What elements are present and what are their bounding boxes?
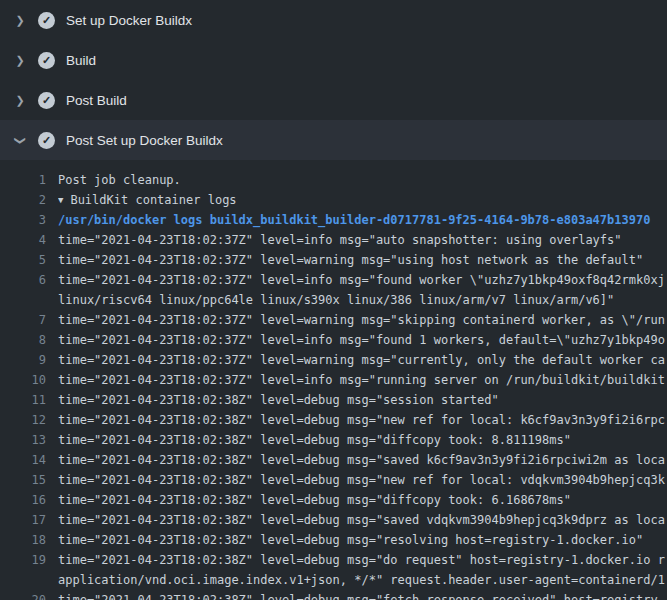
log-line: 10time="2021-04-23T18:02:37Z" level=info…: [0, 370, 667, 390]
log-line: 8time="2021-04-23T18:02:37Z" level=info …: [0, 330, 667, 350]
line-number[interactable]: 12: [0, 410, 58, 430]
chevron-down-icon: ❯: [15, 133, 26, 147]
log-line: 12time="2021-04-23T18:02:38Z" level=debu…: [0, 410, 667, 430]
line-number[interactable]: 18: [0, 530, 58, 550]
log-group-toggle[interactable]: ▼BuildKit container logs: [58, 190, 667, 210]
log-line: 1Post job cleanup.: [0, 170, 667, 190]
line-number: [0, 570, 58, 590]
step-header-set-up-docker-buildx[interactable]: ❯✓Set up Docker Buildx: [0, 0, 667, 40]
log-text: time="2021-04-23T18:02:38Z" level=debug …: [58, 510, 667, 530]
log-text: time="2021-04-23T18:02:38Z" level=debug …: [58, 470, 667, 490]
log-text: time="2021-04-23T18:02:37Z" level=warnin…: [58, 250, 667, 270]
line-number: [0, 290, 58, 310]
log-line: 5time="2021-04-23T18:02:37Z" level=warni…: [0, 250, 667, 270]
log-line: 3/usr/bin/docker logs buildx_buildkit_bu…: [0, 210, 667, 230]
log-line: 16time="2021-04-23T18:02:38Z" level=debu…: [0, 490, 667, 510]
line-number[interactable]: 10: [0, 370, 58, 390]
log-line: 19time="2021-04-23T18:02:38Z" level=debu…: [0, 550, 667, 570]
log-text: application/vnd.oci.image.index.v1+json,…: [58, 570, 667, 590]
log-line: 13time="2021-04-23T18:02:38Z" level=debu…: [0, 430, 667, 450]
line-number[interactable]: 9: [0, 350, 58, 370]
line-number[interactable]: 15: [0, 470, 58, 490]
log-line: 15time="2021-04-23T18:02:38Z" level=debu…: [0, 470, 667, 490]
line-number[interactable]: 4: [0, 230, 58, 250]
log-line: 17time="2021-04-23T18:02:38Z" level=debu…: [0, 510, 667, 530]
steps-list: ❯✓Set up Docker Buildx❯✓Build❯✓Post Buil…: [0, 0, 667, 160]
log-text: time="2021-04-23T18:02:38Z" level=debug …: [58, 530, 667, 550]
line-number[interactable]: 7: [0, 310, 58, 330]
step-label: Build: [66, 53, 96, 68]
log-text: time="2021-04-23T18:02:37Z" level=info m…: [58, 270, 667, 290]
line-number[interactable]: 16: [0, 490, 58, 510]
step-label: Post Build: [66, 93, 127, 108]
log-text: time="2021-04-23T18:02:38Z" level=debug …: [58, 550, 667, 570]
step-label: Set up Docker Buildx: [66, 13, 192, 28]
line-number[interactable]: 19: [0, 550, 58, 570]
log-text: time="2021-04-23T18:02:38Z" level=debug …: [58, 590, 667, 600]
log-command-text: /usr/bin/docker logs buildx_buildkit_bui…: [58, 210, 667, 230]
line-number[interactable]: 17: [0, 510, 58, 530]
line-number[interactable]: 20: [0, 590, 58, 600]
chevron-right-icon: ❯: [13, 55, 27, 66]
log-text: time="2021-04-23T18:02:37Z" level=info m…: [58, 230, 667, 250]
log-line: 2▼BuildKit container logs: [0, 190, 667, 210]
chevron-right-icon: ❯: [13, 15, 27, 26]
log-line: 14time="2021-04-23T18:02:38Z" level=debu…: [0, 450, 667, 470]
log-line: 6time="2021-04-23T18:02:37Z" level=info …: [0, 270, 667, 290]
success-check-circle-icon: ✓: [38, 52, 55, 69]
log-text: time="2021-04-23T18:02:38Z" level=debug …: [58, 490, 667, 510]
line-number[interactable]: 3: [0, 210, 58, 230]
line-number[interactable]: 1: [0, 170, 58, 190]
chevron-right-icon: ❯: [13, 95, 27, 106]
log-line: application/vnd.oci.image.index.v1+json,…: [0, 570, 667, 590]
log-text: time="2021-04-23T18:02:38Z" level=debug …: [58, 410, 667, 430]
line-number[interactable]: 5: [0, 250, 58, 270]
log-line: linux/riscv64 linux/ppc64le linux/s390x …: [0, 290, 667, 310]
line-number[interactable]: 13: [0, 430, 58, 450]
success-check-circle-icon: ✓: [38, 92, 55, 109]
log-text: time="2021-04-23T18:02:37Z" level=info m…: [58, 330, 667, 350]
log-text: time="2021-04-23T18:02:37Z" level=warnin…: [58, 350, 667, 370]
group-caret-down-icon: ▼: [58, 190, 63, 210]
log-text: time="2021-04-23T18:02:37Z" level=info m…: [58, 370, 667, 390]
log-line: 20time="2021-04-23T18:02:38Z" level=debu…: [0, 590, 667, 600]
success-check-circle-icon: ✓: [38, 12, 55, 29]
line-number[interactable]: 14: [0, 450, 58, 470]
log-text: time="2021-04-23T18:02:38Z" level=debug …: [58, 450, 667, 470]
log-line: 18time="2021-04-23T18:02:38Z" level=debu…: [0, 530, 667, 550]
step-header-post-set-up-docker-buildx[interactable]: ❯✓Post Set up Docker Buildx: [0, 120, 667, 160]
line-number[interactable]: 2: [0, 190, 58, 210]
step-header-post-build[interactable]: ❯✓Post Build: [0, 80, 667, 120]
step-label: Post Set up Docker Buildx: [66, 133, 223, 148]
line-number[interactable]: 8: [0, 330, 58, 350]
line-number[interactable]: 6: [0, 270, 58, 290]
log-text: Post job cleanup.: [58, 170, 667, 190]
log-line: 7time="2021-04-23T18:02:37Z" level=warni…: [0, 310, 667, 330]
log-line: 11time="2021-04-23T18:02:38Z" level=debu…: [0, 390, 667, 410]
log-view: 1Post job cleanup.2▼BuildKit container l…: [0, 160, 667, 600]
log-text: linux/riscv64 linux/ppc64le linux/s390x …: [58, 290, 667, 310]
success-check-circle-icon: ✓: [38, 132, 55, 149]
log-group-label: BuildKit container logs: [70, 193, 236, 207]
log-text: time="2021-04-23T18:02:37Z" level=warnin…: [58, 310, 667, 330]
log-line: 9time="2021-04-23T18:02:37Z" level=warni…: [0, 350, 667, 370]
line-number[interactable]: 11: [0, 390, 58, 410]
log-text: time="2021-04-23T18:02:38Z" level=debug …: [58, 430, 667, 450]
log-line: 4time="2021-04-23T18:02:37Z" level=info …: [0, 230, 667, 250]
log-text: time="2021-04-23T18:02:38Z" level=debug …: [58, 390, 667, 410]
step-header-build[interactable]: ❯✓Build: [0, 40, 667, 80]
